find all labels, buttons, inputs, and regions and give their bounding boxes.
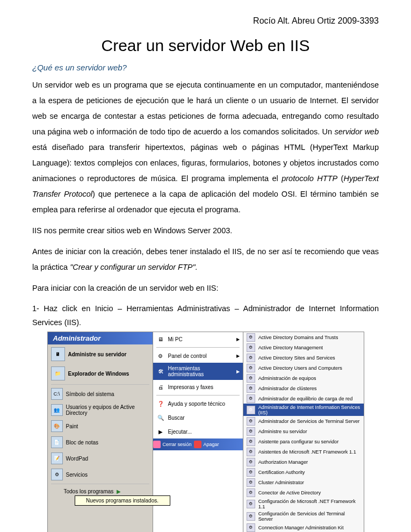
paragraph-1: Un servidor web es un programa que se ej…	[32, 77, 379, 218]
start-menu-item[interactable]: C:\Símbolo del sistema	[48, 386, 153, 402]
tool-icon: ⚙	[247, 437, 255, 446]
app-icon: C:\	[51, 388, 63, 400]
tool-icon: ⚙	[247, 364, 255, 372]
start-menu-item[interactable]: 📝WordPad	[48, 450, 153, 466]
paragraph-4: Para iniciar con la creación de un servi…	[32, 281, 379, 296]
system-menu-item[interactable]: ⚙Panel de control▶	[153, 349, 243, 363]
menu-item-label: Impresoras y faxes	[168, 384, 213, 390]
menu-item-label: Authorization Manager	[258, 459, 308, 465]
system-icon: 🛠	[156, 367, 165, 376]
app-icon: 🎨	[51, 420, 63, 432]
system-icon: ❓	[156, 399, 165, 408]
tool-icon: ⚙	[247, 374, 255, 383]
menu-item-label: Símbolo del sistema	[66, 391, 114, 397]
tool-icon: ⚙	[247, 394, 255, 403]
menu-item-label: Herramientas administrativas	[168, 365, 233, 377]
start-menu-item[interactable]: 👥Usuarios y equipos de Active Directory	[48, 402, 153, 418]
system-menu-item[interactable]: 🖨Impresoras y faxes	[153, 380, 243, 394]
logoff-icon[interactable]	[153, 441, 161, 448]
start-menu-item[interactable]: 📁Explorador de Windows	[48, 364, 153, 383]
separator	[156, 347, 240, 348]
step-1: 1- Haz click en Inicio – Herramientas Ad…	[32, 301, 379, 329]
admin-tool-item[interactable]: ⚙Conector de Active Directory	[243, 487, 364, 498]
admin-tool-item[interactable]: ⚙Cluster Administrator	[243, 477, 364, 487]
menu-item-label: Servicios	[66, 472, 88, 478]
logoff-label[interactable]: Cerrar sesión	[163, 442, 192, 447]
system-menu-item[interactable]: ❓Ayuda y soporte técnico	[153, 397, 243, 411]
submenu-arrow-icon: ▶	[236, 337, 240, 342]
app-icon: 🖥	[51, 347, 65, 361]
system-menu-item[interactable]: 🔍Buscar	[153, 411, 243, 425]
admin-tool-item[interactable]: ⚙Administrador de clústeres	[243, 383, 364, 393]
start-menu-screenshot: Administrador 🖥Administre su servidor📁Ex…	[47, 332, 364, 532]
admin-tool-item[interactable]: ⚙Administración de equipos	[243, 373, 364, 383]
paragraph-3: Antes de iniciar con la creación, debes …	[32, 244, 379, 275]
all-programs-label: Todos los programas	[64, 488, 114, 494]
admin-tool-item[interactable]: ⚙Asistente para configurar su servidor	[243, 436, 364, 447]
start-menu-item[interactable]: 📄Bloc de notas	[48, 434, 153, 450]
start-menu-title: Administrador	[48, 332, 153, 344]
admin-tool-item[interactable]: ⚙Connection Manager Administration Kit	[243, 522, 364, 532]
tool-icon: ⚙	[247, 478, 255, 487]
system-menu-item[interactable]: ▶Ejecutar...	[153, 425, 243, 438]
menu-item-label: Conector de Active Directory	[258, 490, 321, 495]
menu-item-label: Connection Manager Administration Kit	[258, 525, 344, 530]
tool-icon: ⚙	[247, 333, 255, 342]
admin-tool-item[interactable]: ⚙Administrador de Servicios de Terminal …	[243, 416, 364, 426]
shutdown-label[interactable]: Apagar	[204, 442, 219, 447]
shutdown-icon[interactable]	[194, 441, 201, 448]
system-icon: 🖨	[156, 383, 165, 391]
text: 1- Haz click en	[32, 304, 95, 313]
system-icon: ⚙	[156, 351, 165, 360]
admin-tool-item[interactable]: ⚙Authorization Manager	[243, 457, 364, 467]
menu-item-label: Administración de equipos	[258, 376, 316, 381]
tool-icon: ⚙	[247, 458, 255, 466]
menu-item-label: Buscar	[168, 415, 185, 421]
menu-item-label: Panel de control	[168, 353, 207, 359]
admin-tool-item[interactable]: ⚙Administrador de equilibrio de carga de…	[243, 393, 364, 404]
header-author: Rocío Alt. Abreu Ortiz 2009-3393	[32, 16, 379, 26]
menu-item-label: Active Directory Domains and Trusts	[258, 335, 338, 340]
tool-icon: ⚙	[247, 500, 255, 508]
menu-item-label: Usuarios y equipos de Active Directory	[66, 404, 149, 416]
start-menu-item[interactable]: 🖥Administre su servidor	[48, 344, 153, 364]
admin-tool-item[interactable]: ⚙Active Directory Sites and Services	[243, 353, 364, 363]
menu-item-label: Administrador de Internet Information Se…	[258, 405, 360, 415]
menu-item-label: Active Directory Sites and Services	[258, 355, 335, 361]
admin-tool-item[interactable]: ⚙Active Directory Management	[243, 342, 364, 353]
admin-tool-item[interactable]: ⚙Active Directory Users and Computers	[243, 363, 364, 373]
arrow-right-icon: ▶	[117, 488, 121, 494]
italic-text: "Crear y configurar un servidor FTP".	[70, 263, 198, 271]
separator	[156, 395, 240, 396]
menu-item-label: WordPad	[66, 456, 89, 462]
tool-icon: ⚙	[247, 343, 255, 352]
start-menu-item[interactable]: 🎨Paint	[48, 418, 153, 434]
admin-tool-item[interactable]: ⚙Administre su servidor	[243, 426, 364, 436]
menu-item-label: Cluster Administrator	[258, 480, 304, 485]
start-menu-left: Administrador 🖥Administre su servidor📁Ex…	[47, 332, 153, 532]
menu-item-label: Ayuda y soporte técnico	[168, 401, 226, 407]
admin-tool-item[interactable]: ⚙Active Directory Domains and Trusts	[243, 332, 364, 342]
menu-item-label: Administrador de equilibrio de carga de …	[258, 396, 353, 401]
start-menu-item[interactable]: ⚙Servicios	[48, 466, 153, 483]
admin-tool-item[interactable]: ⚙Configuración de Servicios del Terminal…	[243, 510, 364, 522]
menu-item-label: Administrador de Servicios de Terminal S…	[258, 419, 360, 424]
tool-icon: ⚙	[247, 512, 255, 521]
system-menu-item[interactable]: 🛠Herramientas administrativas▶	[153, 363, 243, 380]
app-icon: 📝	[51, 452, 63, 464]
italic-text: servidor web	[334, 127, 379, 136]
admin-tool-item[interactable]: ⚙Certification Authority	[243, 467, 364, 477]
italic-text: protocolo HTTP	[282, 174, 337, 183]
menu-item-label: Active Directory Management	[258, 345, 323, 350]
admin-tool-item[interactable]: ⚙Configuración de Microsoft .NET Framewo…	[243, 498, 364, 510]
tool-icon: ⚙	[247, 406, 255, 414]
menu-item-label: Active Directory Users and Computers	[258, 365, 342, 371]
admin-tool-item[interactable]: ⚙Asistentes de Microsoft .NET Framework …	[243, 447, 364, 457]
menu-item-label: Paint	[66, 423, 78, 429]
tool-icon: ⚙	[247, 427, 255, 436]
system-menu-item[interactable]: 🖥Mi PC▶	[153, 332, 243, 346]
menu-item-label: Bloc de notas	[66, 440, 99, 445]
admin-tool-item[interactable]: ⚙Administrador de Internet Information S…	[243, 404, 364, 416]
menu-item-label: Administre su servidor	[68, 351, 127, 357]
system-icon: 🖥	[156, 335, 165, 343]
